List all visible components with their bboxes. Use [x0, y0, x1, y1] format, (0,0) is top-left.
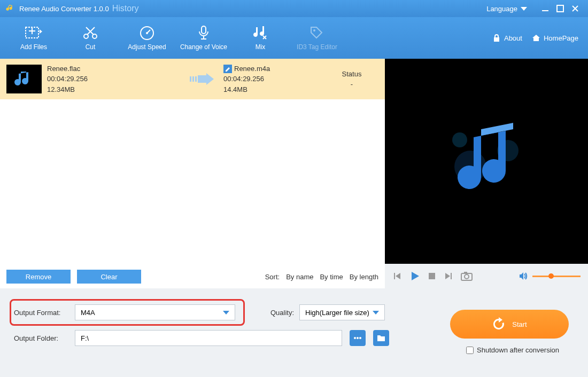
preview-music-icon	[433, 108, 540, 215]
play-button[interactable]	[409, 271, 420, 281]
toolbar: Add Files Cut Adjust Speed Change of Voi…	[0, 17, 588, 59]
cut-label: Cut	[86, 43, 96, 51]
app-title: Renee Audio Converter 1.0.0	[19, 5, 109, 13]
shutdown-checkbox[interactable]: Shutdown after conversion	[466, 346, 559, 354]
cut-button[interactable]: Cut	[62, 17, 119, 59]
id3-editor-button[interactable]: ID3 Tag Editor	[289, 17, 345, 59]
refresh-icon	[492, 317, 506, 331]
source-file-info: Renee.flac 00:04:29.256 12.34MB	[47, 64, 181, 95]
mix-icon	[252, 25, 268, 40]
shutdown-label: Shutdown after conversion	[477, 346, 559, 354]
home-icon	[532, 34, 540, 42]
scissors-icon	[82, 25, 98, 40]
svg-point-24	[354, 337, 356, 339]
file-footer: Remove Clear Sort: By name By time By le…	[0, 265, 385, 288]
svg-point-10	[313, 29, 315, 32]
chevron-down-icon	[373, 310, 379, 315]
svg-rect-15	[198, 75, 206, 83]
output-format-select[interactable]: M4A	[75, 304, 235, 320]
homepage-link[interactable]: HomePage	[532, 34, 578, 42]
svg-rect-20	[429, 273, 435, 279]
adjust-speed-button[interactable]: Adjust Speed	[119, 17, 175, 59]
svg-rect-11	[494, 37, 499, 42]
sort-by-length[interactable]: By length	[350, 273, 378, 281]
dropdown-icon	[521, 6, 527, 11]
bottom-panel: Output Format: M4A Quality: High(Larger …	[0, 288, 588, 377]
snapshot-button[interactable]	[461, 271, 473, 281]
svg-point-8	[146, 32, 148, 34]
next-button[interactable]	[444, 271, 453, 281]
clear-button[interactable]: Clear	[77, 270, 141, 284]
output-duration: 00:04:29.256	[223, 74, 320, 84]
quality-label: Quality:	[257, 309, 294, 317]
preview-display	[385, 59, 588, 264]
about-label: About	[504, 34, 522, 42]
mix-button[interactable]: Mix	[232, 17, 289, 59]
preview-pane	[385, 59, 588, 288]
quality-value: High(Larger file size)	[305, 309, 369, 317]
shutdown-checkbox-input[interactable]	[466, 347, 474, 354]
output-folder-value: F:\	[81, 334, 89, 342]
sort-by-time[interactable]: By time	[320, 273, 343, 281]
change-voice-button[interactable]: Change of Voice	[175, 17, 232, 59]
add-files-label: Add Files	[20, 43, 47, 51]
language-selector[interactable]: Language	[486, 5, 527, 13]
svg-rect-23	[464, 272, 467, 274]
gauge-icon	[139, 25, 155, 40]
svg-rect-13	[192, 76, 194, 82]
music-note-icon	[13, 68, 35, 90]
output-format-value: M4A	[81, 309, 95, 317]
edit-icon[interactable]	[223, 65, 232, 73]
volume-icon[interactable]	[519, 272, 528, 280]
svg-rect-4	[32, 28, 33, 34]
output-file-info: Renee.m4a 00:04:29.256 14.4MB	[223, 64, 320, 95]
svg-point-19	[452, 132, 467, 147]
more-button[interactable]	[350, 330, 366, 346]
svg-point-26	[359, 337, 361, 339]
svg-rect-9	[202, 26, 206, 34]
output-size: 14.4MB	[223, 84, 320, 95]
status-header: Status	[325, 69, 378, 80]
svg-rect-1	[557, 5, 563, 12]
quality-select[interactable]: High(Larger file size)	[299, 304, 385, 320]
sort-bar: Sort: By name By time By length	[265, 273, 378, 281]
add-files-button[interactable]: Add Files	[5, 17, 62, 59]
start-button[interactable]: Start	[450, 310, 569, 339]
tag-icon	[309, 25, 325, 40]
close-button[interactable]	[568, 3, 583, 14]
svg-point-22	[465, 274, 469, 279]
sort-label: Sort:	[265, 273, 280, 281]
source-filename: Renee.flac	[47, 64, 181, 74]
player-controls	[385, 264, 588, 288]
prev-button[interactable]	[392, 271, 402, 281]
stop-button[interactable]	[428, 272, 436, 280]
browse-folder-button[interactable]	[373, 330, 389, 346]
chevron-down-icon	[223, 310, 229, 315]
svg-point-25	[357, 337, 359, 339]
file-thumbnail	[6, 65, 42, 93]
svg-rect-14	[195, 76, 197, 82]
titlebar: Renee Audio Converter 1.0.0 History Lang…	[0, 0, 588, 17]
about-link[interactable]: About	[492, 34, 522, 42]
output-filename: Renee.m4a	[234, 64, 270, 74]
minimize-button[interactable]	[538, 3, 553, 14]
file-list-empty	[0, 99, 385, 265]
start-label: Start	[512, 320, 527, 328]
change-voice-label: Change of Voice	[180, 43, 227, 51]
status-value: -	[325, 79, 378, 90]
maximize-button[interactable]	[553, 3, 568, 14]
output-folder-label: Output Folder:	[11, 334, 69, 342]
history-link[interactable]: History	[112, 4, 139, 13]
sort-by-name[interactable]: By name	[286, 273, 313, 281]
volume-slider[interactable]	[532, 276, 581, 277]
mix-label: Mix	[256, 43, 266, 51]
remove-button[interactable]: Remove	[6, 270, 71, 284]
file-pane: Renee.flac 00:04:29.256 12.34MB Renee.m4…	[0, 59, 385, 288]
homepage-label: HomePage	[544, 34, 578, 42]
app-logo-icon	[5, 4, 15, 13]
arrow-icon	[186, 71, 218, 87]
source-size: 12.34MB	[47, 84, 181, 95]
status-column: Status -	[325, 69, 378, 90]
output-folder-input[interactable]: F:\	[75, 330, 342, 346]
file-row[interactable]: Renee.flac 00:04:29.256 12.34MB Renee.m4…	[0, 59, 385, 99]
